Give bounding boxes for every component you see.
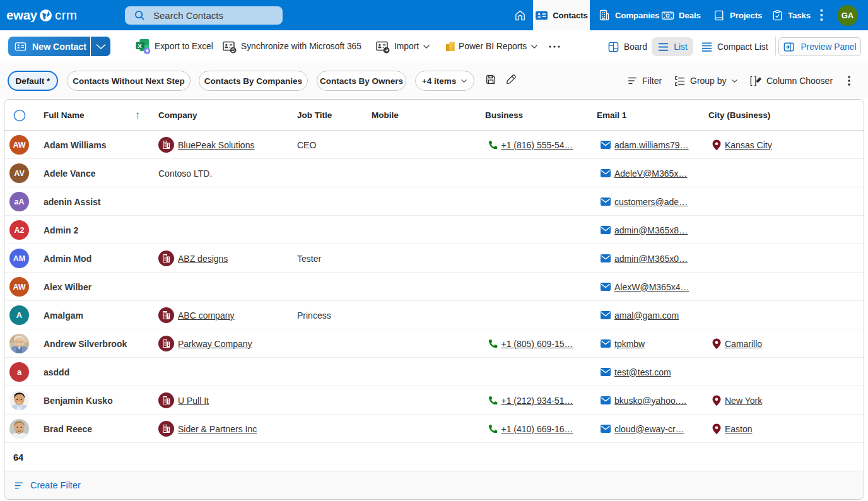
- svg-text:X: X: [138, 42, 142, 49]
